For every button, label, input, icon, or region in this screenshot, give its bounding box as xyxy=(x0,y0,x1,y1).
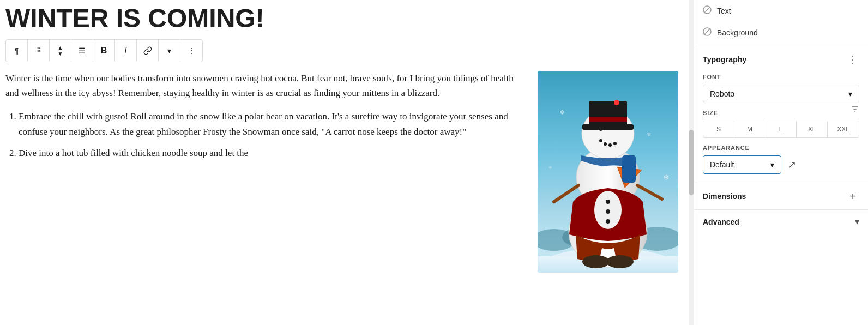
appearance-select[interactable]: Default ▾ xyxy=(703,155,781,174)
svg-text:❄: ❄ xyxy=(663,173,670,182)
appearance-label: APPEARANCE xyxy=(703,145,859,151)
svg-point-15 xyxy=(599,139,602,142)
snowman-image: ❄ ❄ ❄ ❄ xyxy=(538,71,678,273)
content-area: Winter is the time when our bodies trans… xyxy=(5,71,678,273)
link-icon xyxy=(143,46,152,55)
svg-point-16 xyxy=(604,142,607,146)
list-item-2[interactable]: Dive into a hot tub filled with chicken … xyxy=(19,146,527,160)
italic-button[interactable]: I xyxy=(115,40,137,62)
size-l-button[interactable]: L xyxy=(765,121,797,137)
svg-point-17 xyxy=(608,143,612,147)
typography-section: Typography ⋮ FONT Roboto ▾ SIZE S M xyxy=(694,46,868,183)
size-m-button[interactable]: M xyxy=(734,121,765,137)
scrollbar[interactable] xyxy=(689,0,694,325)
more-options-dropdown[interactable]: ▾ xyxy=(159,40,180,62)
cursor-indicator: ↗ xyxy=(788,159,796,171)
dimensions-header: Dimensions + xyxy=(703,190,859,203)
svg-point-23 xyxy=(606,200,610,204)
paragraph-button[interactable]: ¶ xyxy=(6,40,28,62)
font-value: Roboto xyxy=(710,89,734,98)
bold-button[interactable]: B xyxy=(93,40,115,62)
size-xl-button[interactable]: XL xyxy=(797,121,828,137)
typography-menu-button[interactable]: ⋮ xyxy=(846,53,859,66)
svg-point-28 xyxy=(582,255,610,268)
page-title: WINTER IS COMING! xyxy=(5,5,678,33)
svg-point-14 xyxy=(612,124,618,130)
typography-header: Typography ⋮ xyxy=(703,53,859,66)
snowman-illustration: ❄ ❄ ❄ ❄ xyxy=(538,71,678,273)
size-xxl-button[interactable]: XXL xyxy=(828,121,859,137)
advanced-title: Advanced xyxy=(703,218,739,226)
right-sidebar: Text Background Typography ⋮ FONT Roboto… xyxy=(694,0,868,325)
font-label: FONT xyxy=(703,74,859,80)
typography-menu-icon: ⋮ xyxy=(848,53,858,65)
main-editor: WINTER IS COMING! ¶ ⠿ ▲▼ ☰ B I ▾ xyxy=(0,0,689,325)
svg-point-24 xyxy=(606,209,610,214)
size-grid: S M L XL XXL xyxy=(703,121,859,138)
text-style-item[interactable]: Text xyxy=(694,0,868,22)
text-disabled-icon xyxy=(703,5,712,16)
svg-point-29 xyxy=(606,255,634,268)
block-toolbar: ¶ ⠿ ▲▼ ☰ B I ▾ ⋮ xyxy=(5,39,203,62)
dimensions-add-button[interactable]: + xyxy=(846,190,859,203)
svg-rect-21 xyxy=(622,155,636,183)
text-label: Text xyxy=(717,7,731,15)
main-paragraph[interactable]: Winter is the time when our bodies trans… xyxy=(5,71,527,100)
dimensions-title: Dimensions xyxy=(703,192,746,201)
svg-point-18 xyxy=(613,142,617,145)
block-options-button[interactable]: ⋮ xyxy=(180,40,202,62)
size-label: SIZE xyxy=(703,110,718,116)
background-label: Background xyxy=(717,28,758,37)
advanced-toggle-button[interactable]: ▾ xyxy=(855,216,859,227)
chevron-down-icon: ▾ xyxy=(855,217,859,226)
svg-rect-9 xyxy=(589,101,627,125)
svg-rect-11 xyxy=(589,117,627,122)
appearance-row: Default ▾ ↗ xyxy=(703,155,859,174)
size-s-button[interactable]: S xyxy=(703,121,734,137)
svg-point-25 xyxy=(606,219,610,224)
font-dropdown-icon: ▾ xyxy=(848,89,852,98)
typography-title: Typography xyxy=(703,55,746,64)
align-button[interactable]: ☰ xyxy=(71,40,93,62)
svg-text:❄: ❄ xyxy=(647,131,651,137)
appearance-value: Default xyxy=(710,160,734,169)
background-style-item[interactable]: Background xyxy=(694,22,868,46)
svg-point-13 xyxy=(598,125,604,131)
scrollbar-thumb[interactable] xyxy=(689,130,694,195)
svg-rect-10 xyxy=(582,124,634,130)
svg-line-37 xyxy=(704,28,710,35)
svg-point-12 xyxy=(614,100,619,105)
svg-text:❄: ❄ xyxy=(548,165,552,170)
list-item-1[interactable]: Embrace the chill with gusto! Roll aroun… xyxy=(19,109,527,139)
font-select[interactable]: Roboto ▾ xyxy=(703,85,859,103)
plus-icon: + xyxy=(849,190,856,203)
drag-button[interactable]: ⠿ xyxy=(28,40,50,62)
size-filter-icon[interactable] xyxy=(851,105,859,115)
advanced-header: Advanced ▾ xyxy=(703,216,859,227)
text-content[interactable]: Winter is the time when our bodies trans… xyxy=(5,71,527,273)
list-content: Embrace the chill with gusto! Roll aroun… xyxy=(5,109,527,160)
svg-line-35 xyxy=(704,7,710,13)
move-button[interactable]: ▲▼ xyxy=(50,40,71,62)
advanced-section: Advanced ▾ xyxy=(694,210,868,233)
dimensions-section: Dimensions + xyxy=(694,183,868,210)
svg-text:❄: ❄ xyxy=(559,109,565,116)
link-button[interactable] xyxy=(137,40,159,62)
size-header: SIZE xyxy=(703,103,859,116)
background-disabled-icon xyxy=(703,27,712,38)
appearance-dropdown-icon: ▾ xyxy=(770,160,774,169)
